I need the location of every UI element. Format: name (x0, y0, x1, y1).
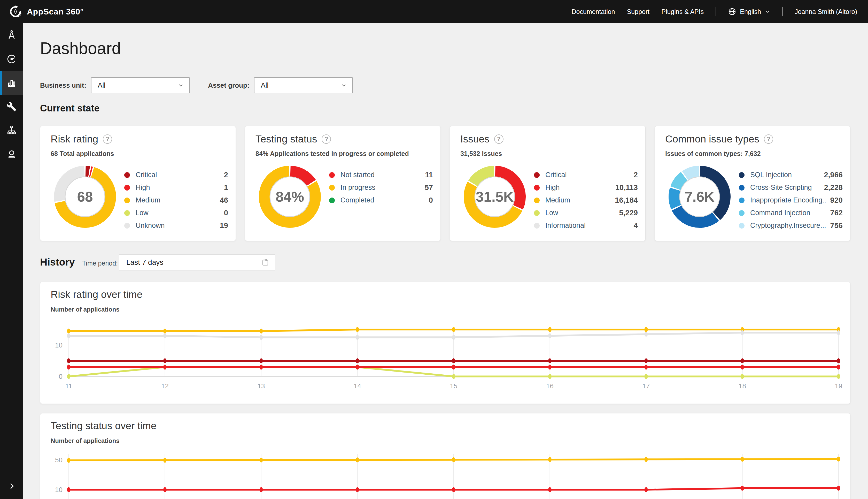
legend-label: Medium (136, 196, 217, 204)
legend-item[interactable]: Medium46 (124, 194, 228, 207)
legend-item[interactable]: Medium16,184 (534, 194, 638, 207)
sidebar-item-users[interactable] (0, 142, 23, 166)
legend-item[interactable]: Cross-Site Scripting2,228 (739, 181, 843, 194)
legend-value: 10,113 (615, 183, 638, 192)
x-axis-tick: 15 (450, 382, 457, 390)
testing-status-over-time-card: Testing status over time Number of appli… (40, 413, 851, 499)
help-icon[interactable]: ? (322, 134, 331, 144)
legend-value: 4 (634, 221, 638, 230)
legend-label: Low (545, 209, 616, 217)
current-state-heading: Current state (40, 103, 99, 114)
legend-value: 1 (224, 183, 228, 192)
donut-slice[interactable] (674, 189, 676, 207)
legend-label: High (136, 184, 221, 192)
time-period-input[interactable]: Last 7 days (119, 254, 275, 270)
legend-item[interactable]: Low5,229 (534, 207, 638, 219)
card-title: Common issue types (665, 133, 759, 145)
time-period-value: Last 7 days (126, 258, 261, 267)
testing-status-donut[interactable] (256, 163, 324, 230)
risk-rating-over-time-chart[interactable]: 100111213141516171819 (40, 282, 851, 404)
legend-item[interactable]: High1 (124, 181, 228, 194)
sidebar-item-applications[interactable] (0, 23, 23, 47)
card-title: Testing status (255, 133, 317, 145)
legend-label: High (545, 184, 612, 192)
legend-dot (329, 172, 335, 178)
legend-item[interactable]: Low0 (124, 207, 228, 219)
chevron-right-icon (7, 482, 16, 491)
legend-item[interactable]: Completed0 (329, 194, 433, 207)
legend-item[interactable]: SQL Injection2,966 (739, 169, 843, 181)
asset-group-label: Asset group: (208, 82, 249, 89)
x-axis-tick: 18 (739, 382, 746, 390)
issues-donut[interactable] (461, 163, 528, 230)
legend-item[interactable]: Cryptography.Insecure...756 (739, 219, 843, 232)
testing-status-over-time-chart[interactable]: 5010 (40, 413, 851, 499)
legend-item[interactable]: Critical2 (534, 169, 638, 181)
sidebar-expand-button[interactable] (0, 475, 23, 497)
risk-rating-legend: Critical2High1Medium46Low0Unknown19 (124, 169, 228, 232)
donut-slice[interactable] (90, 172, 91, 172)
series-critical (67, 358, 840, 363)
hierarchy-icon (6, 125, 17, 136)
sidebar (0, 23, 23, 499)
nav-plugins-apis[interactable]: Plugins & APIs (661, 8, 704, 15)
appscan-logo[interactable]: AppScan 360° (9, 5, 84, 19)
legend-label: Command Injection (750, 209, 827, 217)
legend-label: Inappropriate Encoding... (750, 196, 827, 204)
x-axis-tick: 13 (257, 382, 265, 390)
legend-value: 11 (425, 171, 433, 179)
legend-dot (739, 185, 744, 191)
nav-documentation[interactable]: Documentation (572, 8, 615, 15)
legend-dot (329, 197, 335, 203)
legend-dot (124, 197, 130, 203)
card-subtitle: 31,532 Issues (460, 150, 502, 157)
legend-value: 16,184 (615, 196, 638, 205)
sidebar-item-settings[interactable] (0, 95, 23, 119)
sidebar-item-dashboards[interactable] (0, 71, 23, 95)
bar-chart-icon (6, 77, 17, 88)
nav-support[interactable]: Support (627, 8, 650, 15)
help-icon[interactable]: ? (103, 134, 112, 144)
legend-value: 756 (830, 221, 843, 230)
card-subtitle: 68 Total applications (51, 150, 114, 157)
y-axis-tick: 50 (55, 456, 63, 464)
donut-inner-circle (680, 177, 719, 217)
legend-item[interactable]: Critical2 (124, 169, 228, 181)
business-unit-select[interactable]: All (91, 77, 190, 93)
legend-item[interactable]: Inappropriate Encoding...920 (739, 194, 843, 207)
legend-label: Critical (545, 171, 631, 179)
legend-item[interactable]: Unknown19 (124, 219, 228, 232)
legend-item[interactable]: Informational4 (534, 219, 638, 232)
card-subtitle: 84% Applications tested in progress or c… (255, 150, 409, 157)
legend-item[interactable]: High10,113 (534, 181, 638, 194)
card-subtitle: Issues of common types: 7,632 (665, 150, 761, 157)
legend-label: Not started (340, 171, 422, 179)
asset-group-select[interactable]: All (254, 77, 353, 93)
help-icon[interactable]: ? (764, 134, 773, 144)
help-icon[interactable]: ? (494, 134, 503, 144)
sidebar-item-asset-groups[interactable] (0, 119, 23, 142)
language-menu[interactable]: English (728, 8, 770, 16)
x-axis-tick: 16 (546, 382, 554, 390)
user-menu[interactable]: Joanna Smith (Altoro) (795, 8, 857, 15)
donut-slice[interactable] (86, 171, 89, 171)
legend-value: 0 (429, 196, 433, 205)
risk-rating-donut[interactable] (51, 163, 118, 230)
legend-dot (124, 172, 130, 178)
legend-item[interactable]: Not started11 (329, 169, 433, 181)
donut-slice[interactable] (685, 171, 699, 175)
legend-dot (534, 197, 540, 203)
legend-item[interactable]: Command Injection762 (739, 207, 843, 219)
nav-divider (782, 7, 783, 16)
legend-label: Unknown (136, 222, 217, 230)
legend-item[interactable]: In progress57 (329, 181, 433, 194)
legend-label: Critical (136, 171, 221, 179)
nav-divider (716, 7, 716, 16)
common-issue-types-donut[interactable] (666, 163, 733, 230)
testing-status-card: Testing status ? 84% Applications tested… (245, 126, 441, 241)
legend-dot (534, 185, 540, 191)
series-high (67, 365, 840, 369)
y-axis-tick: 10 (55, 486, 63, 494)
sidebar-item-scans[interactable] (0, 47, 23, 71)
brand-name: AppScan 360° (27, 7, 84, 16)
